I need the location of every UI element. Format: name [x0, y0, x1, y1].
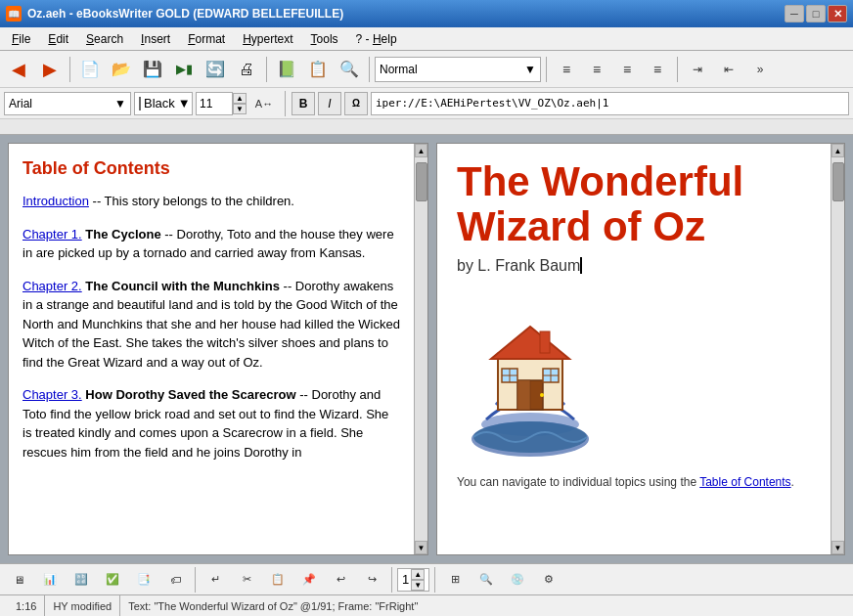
- status-info-text: Text: "The Wonderful Wizard of Oz" @1/91…: [128, 600, 418, 612]
- size-up-button[interactable]: ▲: [233, 93, 247, 104]
- bt-sep2: [391, 567, 392, 593]
- close-button[interactable]: ✕: [828, 5, 847, 22]
- menu-tools[interactable]: Tools: [303, 30, 346, 48]
- position-text: 1:16: [16, 600, 36, 612]
- bt-extra-btn[interactable]: ⚙: [534, 565, 563, 594]
- separator2: [266, 57, 267, 82]
- bt-paste-btn[interactable]: 📌: [294, 565, 324, 594]
- run-button[interactable]: ▶▮: [169, 55, 199, 84]
- toc-title: Table of Contents: [22, 155, 400, 182]
- align-left-button[interactable]: ≡: [552, 55, 581, 84]
- menu-search[interactable]: Search: [78, 30, 131, 48]
- bt-redo-btn[interactable]: ↪: [357, 565, 386, 594]
- content-scroll-track[interactable]: [831, 157, 844, 541]
- bt-view-btn[interactable]: ⊞: [440, 565, 470, 594]
- back-button[interactable]: ◀: [4, 55, 33, 84]
- color-picker[interactable]: Black ▼: [134, 92, 193, 115]
- font-size-value[interactable]: 11: [196, 92, 233, 115]
- toc-scrollbar[interactable]: ▲ ▼: [414, 144, 427, 554]
- italic-button[interactable]: I: [318, 92, 341, 115]
- toc-content: Table of Contents Introduction -- This s…: [9, 144, 414, 487]
- align-right-button[interactable]: ≡: [612, 55, 642, 84]
- menu-hypertext[interactable]: Hypertext: [235, 30, 300, 48]
- bold-button[interactable]: B: [292, 92, 315, 115]
- bt-btn6[interactable]: 🏷: [160, 565, 190, 594]
- bt-nav-btn[interactable]: ↵: [201, 565, 230, 594]
- content-scrollbar[interactable]: ▲ ▼: [831, 144, 844, 554]
- font-dropdown[interactable]: Arial ▼: [4, 92, 131, 115]
- save-button[interactable]: 💾: [138, 55, 167, 84]
- print-button[interactable]: 🖨: [232, 55, 261, 84]
- page-number-control: 1 ▲ ▼: [397, 568, 429, 592]
- url-value: iper://E:\AEHiPertest\VV_OZ\Oz.aeh|1: [376, 97, 608, 110]
- minimize-button[interactable]: ─: [785, 5, 804, 22]
- navigate-text: You can navigate to individual topics us…: [457, 475, 811, 489]
- page-down-button[interactable]: ▼: [411, 580, 425, 591]
- content-scroll-down[interactable]: ▼: [831, 541, 844, 554]
- content-area: The WonderfulWizard of Oz by L. Frank Ba…: [437, 144, 831, 505]
- ruler: ruler marks: [0, 119, 853, 135]
- url-bar[interactable]: iper://E:\AEHiPertest\VV_OZ\Oz.aeh|1: [371, 92, 849, 115]
- svg-rect-15: [540, 331, 550, 353]
- chapter2-link[interactable]: Chapter 2.: [22, 279, 82, 293]
- style-chevron: ▼: [524, 63, 536, 76]
- menu-insert[interactable]: Insert: [133, 30, 178, 48]
- book-button[interactable]: 📗: [272, 55, 301, 84]
- chapter1-title: The Cyclone: [85, 227, 160, 242]
- bt-undo-btn[interactable]: ↩: [326, 565, 355, 594]
- bt-btn4[interactable]: ✅: [98, 565, 127, 594]
- forward-button[interactable]: ▶: [35, 55, 65, 84]
- menu-file[interactable]: File: [4, 30, 38, 48]
- chapter2-title: The Council with the Munchkins: [85, 279, 280, 293]
- align-justify-button[interactable]: ≡: [643, 55, 672, 84]
- bt-search2-btn[interactable]: 🔍: [471, 565, 501, 594]
- search-button[interactable]: 🔍: [335, 55, 364, 84]
- align-group: ≡ ≡ ≡ ≡: [552, 55, 672, 84]
- chapter1-link[interactable]: Chapter 1.: [22, 227, 82, 242]
- style-dropdown[interactable]: Normal ▼: [375, 57, 541, 82]
- bt-export-btn[interactable]: 💿: [503, 565, 532, 594]
- align-center-button[interactable]: ≡: [582, 55, 611, 84]
- page-button[interactable]: 📋: [303, 55, 333, 84]
- open-button[interactable]: 📂: [107, 55, 136, 84]
- outdent-button[interactable]: ⇤: [714, 55, 743, 84]
- size-down-button[interactable]: ▼: [233, 104, 247, 114]
- refresh-button[interactable]: 🔄: [201, 55, 230, 84]
- bt-btn2[interactable]: 📊: [35, 565, 65, 594]
- toc-scroll-track[interactable]: [415, 157, 427, 541]
- title-bar: 📖 Oz.aeh - eBooksWriter GOLD (EDWARD BEL…: [0, 0, 853, 27]
- toolbar1: ◀ ▶ 📄 📂 💾 ▶▮ 🔄 🖨 📗 📋 🔍 Normal ▼ ≡ ≡ ≡ ≡ …: [0, 51, 853, 88]
- letter-spacing-button[interactable]: A↔: [249, 89, 279, 118]
- more-button[interactable]: »: [745, 55, 775, 84]
- introduction-link[interactable]: Introduction: [22, 194, 89, 208]
- menu-help[interactable]: ? - Help: [348, 30, 405, 48]
- toc-scroll-thumb[interactable]: [416, 162, 427, 201]
- chapter3-link[interactable]: Chapter 3.: [22, 387, 82, 402]
- page-up-button[interactable]: ▲: [411, 569, 425, 580]
- toc-scroll-down[interactable]: ▼: [415, 541, 427, 554]
- book-title: The WonderfulWizard of Oz: [457, 159, 811, 249]
- separator3: [369, 57, 370, 82]
- bottom-toolbar: 🖥 📊 🔡 ✅ 📑 🏷 ↵ ✂ 📋 📌 ↩ ↪ 1 ▲ ▼ ⊞ 🔍 💿 ⚙: [0, 563, 853, 594]
- bt-copy-btn[interactable]: 📋: [263, 565, 292, 594]
- special-char-button[interactable]: Ω: [344, 92, 368, 115]
- bt-cut-btn[interactable]: ✂: [232, 565, 261, 594]
- svg-marker-5: [491, 327, 569, 359]
- maximize-button[interactable]: □: [806, 5, 826, 22]
- font-size-control: 11 ▲ ▼: [196, 92, 247, 115]
- toc-scroll-up[interactable]: ▲: [415, 144, 427, 157]
- bt-btn1[interactable]: 🖥: [4, 565, 33, 594]
- menu-edit[interactable]: Edit: [40, 30, 76, 48]
- menu-format[interactable]: Format: [180, 30, 233, 48]
- indent-button[interactable]: ⇥: [683, 55, 712, 84]
- separator4: [546, 57, 547, 82]
- new-button[interactable]: 📄: [75, 55, 105, 84]
- content-scroll-up[interactable]: ▲: [831, 144, 844, 157]
- bt-btn3[interactable]: 🔡: [67, 565, 96, 594]
- toc-nav-link[interactable]: Table of Contents: [699, 475, 790, 489]
- color-label: Black: [144, 96, 175, 110]
- toolbar2: Arial ▼ Black ▼ 11 ▲ ▼ A↔ B I Ω iper://E…: [0, 88, 853, 119]
- content-scroll-thumb[interactable]: [832, 162, 844, 201]
- introduction-text: -- This story belongs to the children.: [89, 194, 294, 208]
- bt-btn5[interactable]: 📑: [129, 565, 158, 594]
